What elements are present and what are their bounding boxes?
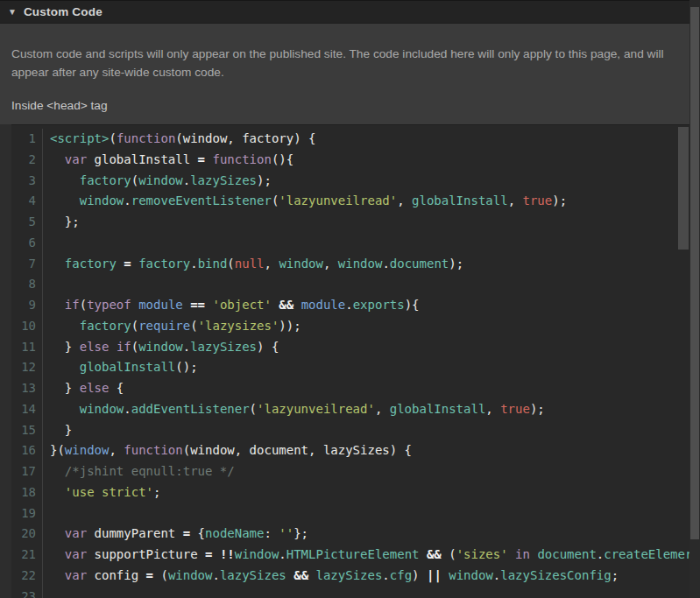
line-number: 18 (11, 482, 43, 503)
line-number: 4 (11, 191, 43, 212)
code-line[interactable]: 15 } (11, 420, 689, 441)
line-number: 10 (11, 316, 43, 337)
code-line[interactable]: 11 } else if(window.lazySizes) { (11, 337, 689, 358)
line-number: 22 (11, 566, 43, 587)
code-line-content: /*jshint eqnull:true */ (43, 461, 689, 482)
code-line[interactable]: 17 /*jshint eqnull:true */ (11, 461, 689, 482)
line-number: 3 (11, 171, 43, 192)
code-line-content: } (43, 420, 689, 441)
line-number: 1 (11, 129, 43, 150)
line-number: 9 (11, 295, 43, 316)
line-number: 16 (11, 440, 43, 461)
page-scrollbar[interactable] (689, 0, 700, 598)
code-line[interactable]: 20 var dummyParent = {nodeName: ''}; (11, 524, 689, 545)
editor-scrollbar-thumb[interactable] (678, 127, 689, 250)
code-line-content: }(window, function(window, document, laz… (43, 440, 689, 461)
code-line[interactable]: 23 (11, 587, 689, 598)
code-line-content: 'use strict'; (43, 482, 689, 503)
code-line-content: factory = factory.bind(null, window, win… (43, 254, 689, 275)
code-line-content: var dummyParent = {nodeName: ''}; (43, 524, 689, 545)
code-line[interactable]: 21 var supportPicture = !!window.HTMLPic… (11, 545, 689, 566)
code-line[interactable]: 6 (11, 233, 689, 254)
code-line-content: if(typeof module == 'object' && module.e… (43, 295, 689, 316)
line-number: 14 (11, 399, 43, 420)
code-line[interactable]: 14 window.addEventListener('lazyunveilre… (11, 399, 689, 420)
line-number: 11 (11, 337, 43, 358)
section-title: Custom Code (24, 5, 103, 18)
line-number: 23 (11, 587, 43, 598)
code-line-content (43, 587, 689, 598)
code-line[interactable]: 19 (11, 503, 689, 524)
code-line-content: factory(require('lazysizes')); (43, 316, 689, 337)
code-line-content: <script>(function(window, factory) { (43, 129, 689, 150)
editor-scrollbar[interactable] (678, 125, 689, 598)
code-line-content: window.removeEventListener('lazyunveilre… (43, 191, 689, 212)
code-line[interactable]: 3 factory(window.lazySizes); (11, 171, 689, 192)
code-line[interactable]: 1<script>(function(window, factory) { (11, 129, 689, 150)
code-line[interactable]: 16}(window, function(window, document, l… (11, 440, 689, 461)
line-number: 2 (11, 150, 43, 171)
code-line-content: window.addEventListener('lazyunveilread'… (43, 399, 689, 420)
code-line-content: factory(window.lazySizes); (43, 171, 689, 192)
inside-head-tag-label: Inside <head> tag (11, 99, 108, 112)
code-line-content: } else { (43, 378, 689, 399)
code-line[interactable]: 7 factory = factory.bind(null, window, w… (11, 254, 689, 275)
code-line-content: } else if(window.lazySizes) { (43, 337, 689, 358)
code-line-content (43, 233, 689, 254)
line-number: 19 (11, 503, 43, 524)
line-number: 15 (11, 420, 43, 441)
code-line-content (43, 503, 689, 524)
line-number: 17 (11, 461, 43, 482)
code-line-content: var config = (window.lazySizes && lazySi… (43, 566, 689, 587)
page-scrollbar-thumb[interactable] (690, 7, 699, 539)
code-editor[interactable]: 1<script>(function(window, factory) {2 v… (11, 124, 689, 598)
line-number: 12 (11, 357, 43, 378)
code-line[interactable]: 9 if(typeof module == 'object' && module… (11, 295, 689, 316)
code-line[interactable]: 2 var globalInstall = function(){ (11, 150, 689, 171)
code-line[interactable]: 13 } else { (11, 378, 689, 399)
code-line-content: var globalInstall = function(){ (43, 150, 689, 171)
code-line-content: var supportPicture = !!window.HTMLPictur… (43, 545, 689, 566)
code-line[interactable]: 10 factory(require('lazysizes')); (11, 316, 689, 337)
code-line[interactable]: 5 }; (11, 212, 689, 233)
custom-code-section-header[interactable]: ▼ Custom Code (0, 0, 700, 24)
code-editor-lines: 1<script>(function(window, factory) {2 v… (11, 129, 689, 598)
line-number: 20 (11, 524, 43, 545)
code-line[interactable]: 4 window.removeEventListener('lazyunveil… (11, 191, 689, 212)
code-line[interactable]: 12 globalInstall(); (11, 357, 689, 378)
line-number: 7 (11, 254, 43, 275)
line-number: 21 (11, 545, 43, 566)
code-editor-container: 1<script>(function(window, factory) {2 v… (0, 124, 689, 598)
code-line[interactable]: 18 'use strict'; (11, 482, 689, 503)
line-number: 6 (11, 233, 43, 254)
code-line-content: }; (43, 212, 689, 233)
line-number: 13 (11, 378, 43, 399)
custom-code-description: Custom code and scripts will only appear… (11, 46, 693, 81)
code-line[interactable]: 8 (11, 274, 689, 295)
collapse-triangle-icon[interactable]: ▼ (8, 8, 17, 17)
line-number: 5 (11, 212, 43, 233)
code-line[interactable]: 22 var config = (window.lazySizes && laz… (11, 566, 689, 587)
code-line-content: globalInstall(); (43, 357, 689, 378)
line-number: 8 (11, 274, 43, 295)
code-line-content (43, 274, 689, 295)
